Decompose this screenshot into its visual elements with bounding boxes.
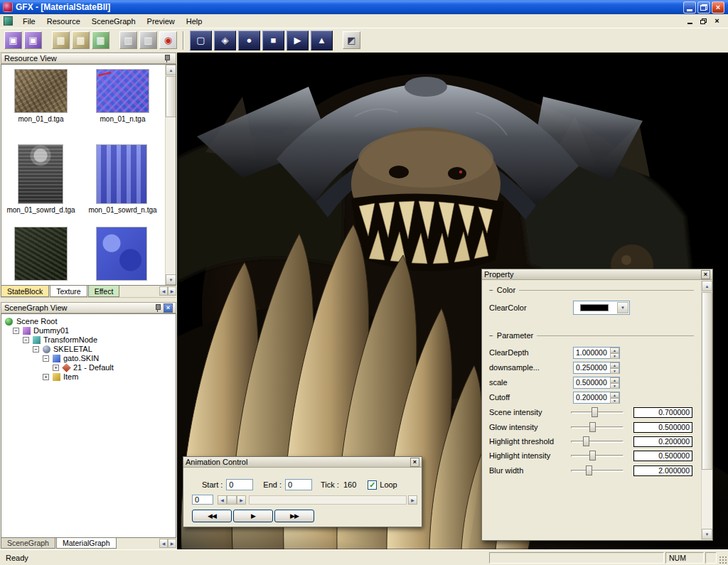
slider-thumb[interactable] [586,466,592,475]
open-scene-icon[interactable]: ▣ [24,31,42,49]
frame-input[interactable]: 0 [192,495,213,505]
animation-control-panel[interactable]: Animation Control × Start : 0 End : 0 Ti… [183,456,422,527]
resource-view-header[interactable]: Resource View [1,53,176,64]
glow-intensity-value[interactable]: 0.500000 [633,422,692,433]
cleardepth-input[interactable]: 1.000000 ▲▼ [573,347,620,359]
spinner-down-icon[interactable]: ▼ [610,383,619,389]
tree-node-label[interactable]: Dummy01 [33,326,69,335]
plane-preview-icon[interactable]: ■ [262,31,284,50]
scenegraph-tree[interactable]: Scene Root − Dummy01 − TransformNode − S… [1,313,176,538]
play-button[interactable]: ▶ [233,510,273,522]
frame-spinner[interactable]: ◀ ▶ [218,495,246,505]
tree-node-default-material[interactable]: + 21 - Default [1,363,176,372]
cutoff-input[interactable]: 0.200000 ▲▼ [573,392,620,404]
new-scene-icon[interactable]: ▣ [4,31,22,49]
tree-node-transformnode[interactable]: − TransformNode [1,335,176,345]
tree-node-dummy01[interactable]: − Dummy01 [1,326,176,335]
resource-tree-icon[interactable]: ▦ [92,31,109,49]
texture-thumbnail[interactable] [96,144,147,204]
color-section-header[interactable]: − Color [489,285,694,295]
tree-node-label[interactable]: TransformNode [43,335,97,344]
play-animation-icon[interactable]: ▶ [287,31,309,50]
glow-intensity-slider[interactable] [571,421,623,434]
graph-view-icon[interactable]: ▥ [119,31,137,49]
tab-scenegraph[interactable]: SceneGraph [1,538,55,549]
menu-preview[interactable]: Preview [141,15,181,28]
scroll-right-icon[interactable]: ▶ [237,495,246,505]
spinner-up-icon[interactable]: ▲ [610,377,619,383]
scrollbar-thumb[interactable] [702,292,712,470]
scale-input[interactable]: 0.500000 ▲▼ [573,377,620,389]
menu-scenegraph[interactable]: SceneGraph [86,15,141,28]
resize-grip[interactable] [718,555,727,564]
slider-thumb[interactable] [589,451,596,461]
scrollbar-thumb[interactable] [166,76,176,117]
tree-node-item[interactable]: + Item [1,372,176,382]
mdi-minimize-button[interactable] [685,16,695,26]
property-scrollbar[interactable]: ▲ ▼ [701,281,712,539]
cleardepth-value[interactable]: 1.000000 [574,348,610,358]
blur-width-value[interactable]: 2.000000 [633,466,692,476]
viewport-toggle-icon[interactable]: ▢ [190,31,212,50]
loop-checkbox[interactable]: ✓ [368,480,377,490]
graph-edit-icon[interactable]: ▥ [139,31,157,49]
tree-node-label[interactable]: 21 - Default [73,363,114,372]
scenegraph-view-header[interactable]: SceneGraph View × [1,302,176,313]
scroll-up-icon[interactable]: ▲ [702,281,712,291]
spinner-up-icon[interactable]: ▲ [610,348,619,353]
light-toggle-icon[interactable]: ▲ [311,31,333,50]
timeline-track[interactable] [249,495,407,505]
menu-resource[interactable]: Resource [41,15,86,28]
spinner-down-icon[interactable]: ▼ [610,353,619,359]
scroll-down-icon[interactable]: ▼ [702,529,712,539]
scroll-up-icon[interactable]: ▲ [166,65,176,75]
scale-value[interactable]: 0.500000 [574,377,610,388]
close-button[interactable]: × [712,1,724,14]
tab-materialgraph[interactable]: MaterialGraph [56,538,117,549]
tab-scroll-right-icon[interactable]: ▶ [168,286,176,296]
start-input[interactable]: 0 [226,479,253,490]
tree-node-gato-skin[interactable]: − gato.SKIN [1,354,176,363]
collapse-section-icon[interactable]: − [489,286,493,294]
expand-icon[interactable]: + [43,374,49,380]
document-icon[interactable] [4,16,13,26]
collapse-icon[interactable]: − [23,337,29,343]
resource-scrollbar[interactable]: ▲ ▼ [165,65,176,285]
spinner-down-icon[interactable]: ▼ [610,368,619,374]
property-panel-titlebar[interactable]: Property × [482,269,712,280]
highlight-threshold-value[interactable]: 0.200000 [633,436,692,447]
downsample-input[interactable]: 0.250000 ▲▼ [573,362,620,374]
highlight-intensity-value[interactable]: 0.500000 [633,451,692,461]
camera-view-icon[interactable]: ◈ [214,31,236,50]
minimize-button[interactable] [683,1,696,14]
menu-help[interactable]: Help [181,15,208,28]
slider-thumb[interactable] [583,436,589,446]
expand-icon[interactable]: + [53,365,59,371]
scroll-right-icon[interactable]: ▶ [408,495,417,505]
mdi-restore-button[interactable] [698,16,709,26]
tab-effect[interactable]: Effect [88,286,120,297]
pin-icon[interactable] [154,303,161,312]
tree-node-skeletal[interactable]: − SKELETAL [1,345,176,354]
texture-thumbnail[interactable] [14,227,68,281]
highlight-intensity-slider[interactable] [571,449,623,462]
tab-stateblock[interactable]: StateBlock [1,286,49,297]
3d-viewport[interactable]: Property × − Color ClearColor ▼ − Parame… [177,53,728,549]
animation-control-titlebar[interactable]: Animation Control × [183,457,422,468]
downsample-value[interactable]: 0.250000 [574,362,610,373]
title-bar[interactable]: GFX - [MaterialStateBll] × [0,0,728,14]
rewind-button[interactable]: ◀◀ [192,510,232,522]
tab-scroll-left-icon[interactable]: ◀ [159,539,168,548]
resource-table-icon[interactable]: ▦ [52,31,70,49]
panel-close-button[interactable]: × [701,270,710,279]
tree-node-label[interactable]: SKELETAL [53,345,92,353]
resource-grid-icon[interactable]: ▦ [72,31,90,49]
tree-node-label[interactable]: Scene Root [16,317,57,325]
texture-thumbnail[interactable] [14,69,68,113]
fast-forward-button[interactable]: ▶▶ [274,510,314,522]
clearcolor-dropdown[interactable]: ▼ [573,301,630,315]
panel-close-button[interactable]: × [164,303,173,313]
tree-node-label[interactable]: Item [63,372,78,381]
texture-thumbnail[interactable] [96,69,149,113]
scene-intensity-value[interactable]: 0.700000 [633,407,692,418]
